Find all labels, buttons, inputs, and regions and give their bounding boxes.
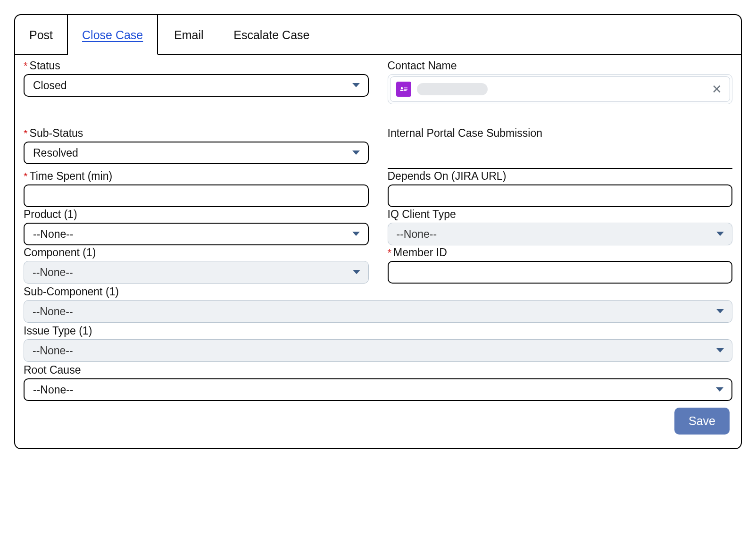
field-contact-name: Contact Name (388, 59, 733, 104)
chevron-down-icon (352, 231, 360, 237)
tab-email[interactable]: Email (158, 15, 219, 55)
chevron-down-icon (716, 348, 724, 353)
tab-label: Escalate Case (233, 28, 309, 42)
sub-component-value: --None-- (33, 305, 73, 318)
product-select[interactable]: --None-- (24, 223, 369, 245)
field-time-spent: * Time Spent (min) (24, 170, 369, 207)
root-cause-value: --None-- (33, 384, 74, 396)
label-product: Product (1) (24, 208, 77, 221)
root-cause-select[interactable]: --None-- (24, 378, 732, 401)
chevron-down-icon (352, 83, 360, 88)
iq-client-type-value: --None-- (397, 228, 437, 241)
chevron-down-icon (352, 269, 361, 275)
sub-component-select[interactable]: --None-- (24, 300, 732, 323)
tab-label: Email (174, 28, 204, 42)
field-issue-type: Issue Type (1) --None-- (24, 325, 732, 362)
field-component: Component (1) --None-- (24, 246, 369, 284)
sub-status-value: Resolved (33, 147, 78, 159)
field-root-cause: Root Cause --None-- (24, 364, 732, 401)
issue-type-value: --None-- (33, 344, 73, 357)
required-marker: * (388, 248, 392, 258)
tab-escalate-case[interactable]: Escalate Case (219, 15, 324, 55)
save-button[interactable]: Save (674, 408, 730, 435)
label-issue-type: Issue Type (1) (24, 325, 92, 337)
chevron-down-icon (715, 387, 724, 393)
contact-lookup[interactable]: ✕ (388, 74, 733, 104)
field-iq-client-type: IQ Client Type --None-- (388, 208, 733, 245)
svg-point-2 (400, 87, 402, 89)
field-depends-on: Depends On (JIRA URL) (388, 170, 733, 207)
label-internal-portal: Internal Portal Case Submission (388, 127, 543, 140)
tab-label: Close Case (82, 28, 143, 42)
chevron-down-icon (716, 231, 724, 237)
depends-on-input[interactable] (388, 184, 733, 207)
label-root-cause: Root Cause (24, 364, 81, 376)
field-product: Product (1) --None-- (24, 208, 369, 245)
label-contact-name: Contact Name (388, 59, 457, 72)
label-time-spent: Time Spent (min) (30, 170, 113, 183)
field-member-id: * Member ID (388, 246, 733, 284)
field-internal-portal: Internal Portal Case Submission (388, 127, 733, 169)
save-button-label: Save (689, 414, 715, 427)
required-marker: * (24, 128, 28, 139)
svg-rect-3 (400, 90, 403, 91)
label-iq-client-type: IQ Client Type (388, 208, 456, 221)
label-status: Status (30, 59, 60, 72)
tab-bar: Post Close Case Email Escalate Case (15, 15, 741, 55)
status-value: Closed (33, 79, 67, 92)
label-member-id: Member ID (393, 246, 447, 259)
iq-client-type-select[interactable]: --None-- (388, 223, 733, 245)
label-depends-on: Depends On (JIRA URL) (388, 170, 507, 183)
field-sub-status: * Sub-Status Resolved (24, 127, 369, 164)
required-marker: * (24, 171, 28, 182)
label-component: Component (1) (24, 246, 96, 259)
chevron-down-icon (716, 309, 724, 314)
tab-post[interactable]: Post (15, 15, 68, 55)
contact-name-value (417, 83, 488, 95)
svg-rect-4 (404, 88, 407, 89)
label-sub-component: Sub-Component (1) (24, 285, 119, 298)
form-body: * Status Closed (15, 55, 741, 442)
status-select[interactable]: Closed (24, 74, 369, 97)
component-value: --None-- (33, 266, 73, 279)
component-select[interactable]: --None-- (24, 261, 369, 284)
field-sub-component: Sub-Component (1) --None-- (24, 285, 732, 323)
close-case-panel: Post Close Case Email Escalate Case * (14, 14, 742, 449)
sub-status-select[interactable]: Resolved (24, 142, 369, 164)
required-marker: * (24, 61, 28, 71)
time-spent-input[interactable] (24, 184, 369, 207)
close-icon[interactable]: ✕ (710, 81, 724, 97)
tab-label: Post (29, 28, 53, 42)
contact-card-icon (396, 82, 411, 97)
product-value: --None-- (33, 228, 74, 241)
svg-rect-6 (404, 90, 407, 91)
svg-rect-5 (404, 89, 407, 90)
field-status: * Status Closed (24, 59, 369, 97)
chevron-down-icon (352, 150, 360, 156)
tab-close-case[interactable]: Close Case (68, 15, 158, 55)
label-sub-status: Sub-Status (30, 127, 83, 140)
member-id-input[interactable] (388, 261, 733, 284)
issue-type-select[interactable]: --None-- (24, 339, 732, 362)
